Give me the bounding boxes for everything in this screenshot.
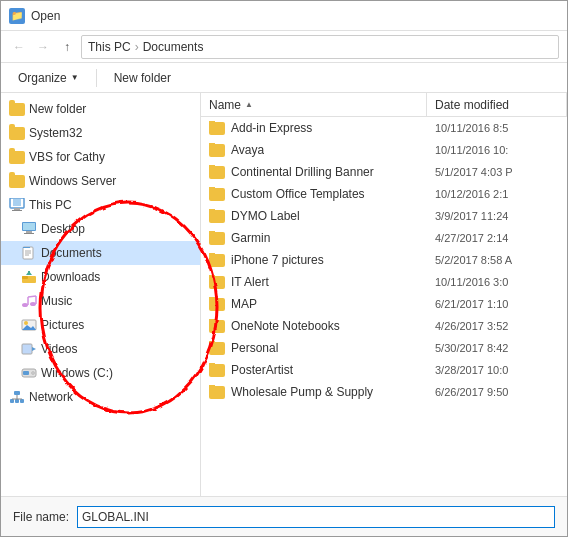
folder-icon <box>209 188 225 201</box>
file-name: Custom Office Templates <box>231 187 365 201</box>
organize-button[interactable]: Organize ▼ <box>9 68 88 88</box>
downloads-icon <box>21 269 37 285</box>
sidebar-item-desktop[interactable]: Desktop <box>1 217 200 241</box>
file-name: IT Alert <box>231 275 269 289</box>
svg-line-21 <box>28 296 36 297</box>
sidebar-item-pictures[interactable]: Pictures <box>1 313 200 337</box>
music-icon <box>21 293 37 309</box>
file-name-cell: Personal <box>201 341 427 355</box>
sidebar-item-label: Desktop <box>41 222 85 236</box>
date-header-label: Date modified <box>435 98 509 112</box>
sidebar-item-music[interactable]: Music <box>1 289 200 313</box>
filename-label: File name: <box>13 510 69 524</box>
table-row[interactable]: Wholesale Pump & Supply 6/26/2017 9:50 <box>201 381 567 403</box>
back-button[interactable]: ← <box>9 37 29 57</box>
sidebar-item-windows-c[interactable]: Windows (C:) <box>1 361 200 385</box>
sidebar-item-label: This PC <box>29 198 72 212</box>
svg-rect-33 <box>15 399 19 403</box>
sidebar-item-label: Videos <box>41 342 77 356</box>
file-list: Add-in Express 10/11/2016 8:5 Avaya 10/1… <box>201 117 567 496</box>
breadcrumb: This PC › Documents <box>81 35 559 59</box>
file-date: 4/27/2017 2:14 <box>427 232 567 244</box>
folder-icon <box>209 254 225 267</box>
table-row[interactable]: Personal 5/30/2017 8:42 <box>201 337 567 359</box>
file-list-area: Name ▲ Date modified Add-in Express 10/1… <box>201 93 567 496</box>
sidebar-item-label: Network <box>29 390 73 404</box>
table-row[interactable]: OneNote Notebooks 4/26/2017 3:52 <box>201 315 567 337</box>
table-row[interactable]: iPhone 7 pictures 5/2/2017 8:58 A <box>201 249 567 271</box>
file-date: 3/9/2017 11:24 <box>427 210 567 222</box>
file-name-cell: PosterArtist <box>201 363 427 377</box>
forward-button[interactable]: → <box>33 37 53 57</box>
bottom-bar: File name: <box>1 496 567 536</box>
file-name: Wholesale Pump & Supply <box>231 385 373 399</box>
sidebar-item-videos[interactable]: Videos <box>1 337 200 361</box>
folder-icon <box>9 151 25 164</box>
file-name: Garmin <box>231 231 270 245</box>
file-name-cell: DYMO Label <box>201 209 427 223</box>
file-date: 5/30/2017 8:42 <box>427 342 567 354</box>
sidebar-item-network[interactable]: Network <box>1 385 200 409</box>
organize-label: Organize <box>18 71 67 85</box>
svg-rect-9 <box>23 247 30 248</box>
sidebar-item-system32[interactable]: System32 <box>1 121 200 145</box>
file-date: 10/11/2016 8:5 <box>427 122 567 134</box>
file-date: 10/11/2016 10: <box>427 144 567 156</box>
svg-rect-1 <box>13 199 21 206</box>
sidebar-item-downloads[interactable]: Downloads <box>1 265 200 289</box>
sidebar-item-label: Downloads <box>41 270 100 284</box>
svg-point-29 <box>32 372 35 375</box>
folder-icon <box>9 127 25 140</box>
name-header[interactable]: Name ▲ <box>201 93 427 116</box>
table-row[interactable]: IT Alert 10/11/2016 3:0 <box>201 271 567 293</box>
new-folder-button[interactable]: New folder <box>105 68 180 88</box>
table-row[interactable]: Add-in Express 10/11/2016 8:5 <box>201 117 567 139</box>
table-row[interactable]: DYMO Label 3/9/2017 11:24 <box>201 205 567 227</box>
table-row[interactable]: PosterArtist 3/28/2017 10:0 <box>201 359 567 381</box>
table-row[interactable]: Continental Drilling Banner 5/1/2017 4:0… <box>201 161 567 183</box>
date-header[interactable]: Date modified <box>427 93 567 116</box>
title-bar: 📁 Open <box>1 1 567 31</box>
folder-icon <box>9 103 25 116</box>
table-row[interactable]: MAP 6/21/2017 1:10 <box>201 293 567 315</box>
up-button[interactable]: ↑ <box>57 37 77 57</box>
sidebar-item-label: Windows Server <box>29 174 116 188</box>
folder-icon <box>209 210 225 223</box>
sidebar-item-documents[interactable]: Documents <box>1 241 200 265</box>
sidebar-item-label: Pictures <box>41 318 84 332</box>
folder-icon <box>209 122 225 135</box>
file-date: 5/2/2017 8:58 A <box>427 254 567 266</box>
table-row[interactable]: Garmin 4/27/2017 2:14 <box>201 227 567 249</box>
file-date: 6/26/2017 9:50 <box>427 386 567 398</box>
sidebar-item-this-pc[interactable]: This PC <box>1 193 200 217</box>
file-name-cell: Add-in Express <box>201 121 427 135</box>
sidebar-item-vbs-cathy[interactable]: VBS for Cathy <box>1 145 200 169</box>
new-folder-label: New folder <box>114 71 171 85</box>
file-name-cell: iPhone 7 pictures <box>201 253 427 267</box>
file-name: iPhone 7 pictures <box>231 253 324 267</box>
sidebar-item-new-folder[interactable]: New folder <box>1 97 200 121</box>
folder-icon <box>209 232 225 245</box>
sidebar-item-label: System32 <box>29 126 82 140</box>
desktop-icon <box>21 221 37 237</box>
file-date: 3/28/2017 10:0 <box>427 364 567 376</box>
svg-point-18 <box>30 302 36 306</box>
drive-icon <box>21 365 37 381</box>
file-name-cell: Wholesale Pump & Supply <box>201 385 427 399</box>
folder-icon <box>209 364 225 377</box>
network-icon <box>9 389 25 405</box>
window-icon: 📁 <box>9 8 25 24</box>
file-name: MAP <box>231 297 257 311</box>
file-name-cell: Custom Office Templates <box>201 187 427 201</box>
svg-rect-2 <box>14 208 20 210</box>
table-row[interactable]: Avaya 10/11/2016 10: <box>201 139 567 161</box>
file-name: Avaya <box>231 143 264 157</box>
breadcrumb-documents[interactable]: Documents <box>143 40 204 54</box>
svg-marker-26 <box>32 347 36 351</box>
videos-icon <box>21 341 37 357</box>
sidebar-item-windows-server[interactable]: Windows Server <box>1 169 200 193</box>
filename-input[interactable] <box>77 506 555 528</box>
file-name-cell: IT Alert <box>201 275 427 289</box>
table-row[interactable]: Custom Office Templates 10/12/2016 2:1 <box>201 183 567 205</box>
breadcrumb-thispc[interactable]: This PC <box>88 40 131 54</box>
